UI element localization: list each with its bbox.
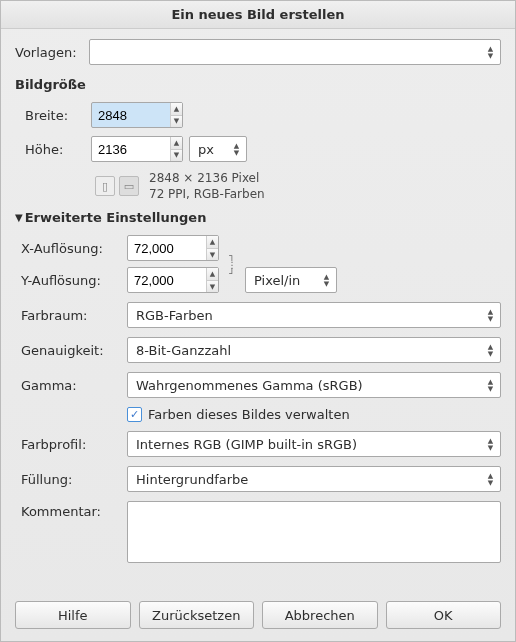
colorspace-label: Farbraum:	[15, 308, 121, 323]
window-title: Ein neues Bild erstellen	[171, 7, 344, 22]
manage-colors-label: Farben dieses Bildes verwalten	[148, 407, 350, 422]
portrait-icon[interactable]: ▯	[95, 176, 115, 196]
templates-label: Vorlagen:	[15, 45, 83, 60]
res-unit-combo[interactable]: Pixel/in ▲▼	[245, 267, 337, 293]
width-label: Breite:	[15, 108, 85, 123]
templates-combo[interactable]: ▲▼	[89, 39, 501, 65]
orientation-icons: ▯ ▭	[95, 176, 139, 196]
dialog-buttons: Hilfe Zurücksetzen Abbrechen OK	[1, 591, 515, 641]
profile-row: Farbprofil: Internes RGB (GIMP built-in …	[15, 431, 501, 457]
combo-stepper-icon: ▲▼	[485, 379, 496, 392]
combo-stepper-icon: ▲▼	[485, 473, 496, 486]
manage-colors-checkbox-row[interactable]: ✓ Farben dieses Bildes verwalten	[127, 407, 350, 422]
fill-combo[interactable]: Hintergrundfarbe ▲▼	[127, 466, 501, 492]
precision-value: 8-Bit-Ganzzahl	[136, 343, 231, 358]
xres-label: X-Auflösung:	[15, 241, 121, 256]
comment-row: Kommentar:	[15, 501, 501, 563]
size-unit-value: px	[198, 142, 214, 157]
combo-stepper-icon: ▲▼	[321, 274, 332, 287]
colorspace-row: Farbraum: RGB-Farben ▲▼	[15, 302, 501, 328]
combo-stepper-icon: ▲▼	[485, 46, 496, 59]
resolution-block: X-Auflösung: ▲▼ Y-Auflösung: ▲▼	[15, 235, 501, 293]
expander-triangle-icon: ▼	[15, 212, 23, 223]
cancel-button[interactable]: Abbrechen	[262, 601, 378, 629]
precision-label: Genauigkeit:	[15, 343, 121, 358]
comment-textarea[interactable]	[127, 501, 501, 563]
fill-value: Hintergrundfarbe	[136, 472, 248, 487]
height-label: Höhe:	[15, 142, 85, 157]
profile-label: Farbprofil:	[15, 437, 121, 452]
yres-input[interactable]: ▲▼	[127, 267, 219, 293]
image-size-heading: Bildgröße	[15, 77, 501, 92]
xres-field[interactable]	[134, 241, 206, 256]
titlebar: Ein neues Bild erstellen	[1, 1, 515, 29]
combo-stepper-icon: ▲▼	[231, 143, 242, 156]
combo-stepper-icon: ▲▼	[485, 309, 496, 322]
templates-row: Vorlagen: ▲▼	[15, 39, 501, 65]
resolution-chain-icon[interactable]: ┐⋮┘	[225, 250, 239, 279]
size-info-line-2: 72 PPI, RGB-Farben	[149, 186, 265, 202]
reset-button[interactable]: Zurücksetzen	[139, 601, 255, 629]
gamma-row: Gamma: Wahrgenommenes Gamma (sRGB) ▲▼	[15, 372, 501, 398]
yres-label: Y-Auflösung:	[15, 273, 121, 288]
manage-colors-row: ✓ Farben dieses Bildes verwalten	[15, 407, 501, 422]
yres-spin-buttons[interactable]: ▲▼	[206, 268, 218, 292]
height-input[interactable]: ▲▼	[91, 136, 183, 162]
width-field[interactable]	[98, 108, 170, 123]
xres-input[interactable]: ▲▼	[127, 235, 219, 261]
comment-label: Kommentar:	[15, 501, 121, 519]
help-button[interactable]: Hilfe	[15, 601, 131, 629]
yres-field[interactable]	[134, 273, 206, 288]
xres-spin-buttons[interactable]: ▲▼	[206, 236, 218, 260]
advanced-expander[interactable]: ▼ Erweiterte Einstellungen	[15, 210, 501, 225]
advanced-group: X-Auflösung: ▲▼ Y-Auflösung: ▲▼	[15, 235, 501, 563]
height-field[interactable]	[98, 142, 170, 157]
profile-combo[interactable]: Internes RGB (GIMP built-in sRGB) ▲▼	[127, 431, 501, 457]
precision-combo[interactable]: 8-Bit-Ganzzahl ▲▼	[127, 337, 501, 363]
gamma-combo[interactable]: Wahrgenommenes Gamma (sRGB) ▲▼	[127, 372, 501, 398]
colorspace-combo[interactable]: RGB-Farben ▲▼	[127, 302, 501, 328]
landscape-icon[interactable]: ▭	[119, 176, 139, 196]
height-spin-buttons[interactable]: ▲▼	[170, 137, 182, 161]
ok-button[interactable]: OK	[386, 601, 502, 629]
combo-stepper-icon: ▲▼	[485, 344, 496, 357]
height-row: Höhe: ▲▼ px ▲▼	[15, 136, 501, 162]
res-unit-value: Pixel/in	[254, 273, 300, 288]
width-input[interactable]: ▲▼	[91, 102, 183, 128]
size-info-row: ▯ ▭ 2848 × 2136 Pixel 72 PPI, RGB-Farben	[15, 170, 501, 202]
fill-label: Füllung:	[15, 472, 121, 487]
gamma-value: Wahrgenommenes Gamma (sRGB)	[136, 378, 363, 393]
precision-row: Genauigkeit: 8-Bit-Ganzzahl ▲▼	[15, 337, 501, 363]
fill-row: Füllung: Hintergrundfarbe ▲▼	[15, 466, 501, 492]
manage-colors-checkbox[interactable]: ✓	[127, 407, 142, 422]
advanced-heading: Erweiterte Einstellungen	[25, 210, 207, 225]
size-info-text: 2848 × 2136 Pixel 72 PPI, RGB-Farben	[149, 170, 265, 202]
dialog-window: Ein neues Bild erstellen Vorlagen: ▲▼ Bi…	[0, 0, 516, 642]
size-unit-combo[interactable]: px ▲▼	[189, 136, 247, 162]
colorspace-value: RGB-Farben	[136, 308, 213, 323]
dialog-content: Vorlagen: ▲▼ Bildgröße Breite: ▲▼ Höhe: …	[1, 29, 515, 591]
gamma-label: Gamma:	[15, 378, 121, 393]
width-spin-buttons[interactable]: ▲▼	[170, 103, 182, 127]
profile-value: Internes RGB (GIMP built-in sRGB)	[136, 437, 357, 452]
size-info-line-1: 2848 × 2136 Pixel	[149, 170, 265, 186]
combo-stepper-icon: ▲▼	[485, 438, 496, 451]
width-row: Breite: ▲▼	[15, 102, 501, 128]
